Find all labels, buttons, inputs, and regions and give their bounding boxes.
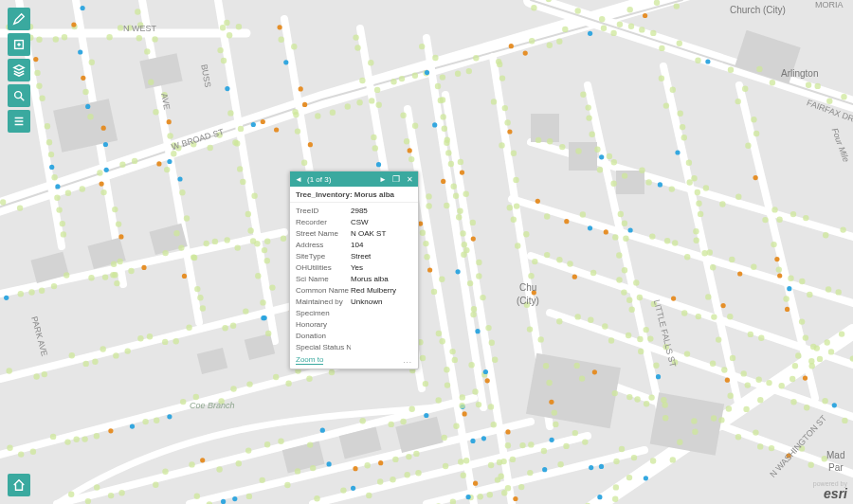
svg-point-465 xyxy=(604,229,608,234)
svg-point-475 xyxy=(751,264,756,270)
popup-next-icon[interactable]: ► xyxy=(378,175,388,184)
svg-point-492 xyxy=(671,297,676,301)
svg-point-109 xyxy=(118,25,123,30)
svg-point-38 xyxy=(356,99,362,105)
svg-point-57 xyxy=(617,22,623,27)
popup-footer: Zoom to ... xyxy=(290,352,418,369)
svg-point-17 xyxy=(17,205,23,210)
svg-point-592 xyxy=(753,131,759,136)
svg-point-196 xyxy=(291,44,297,49)
svg-point-408 xyxy=(405,472,410,477)
svg-point-40 xyxy=(390,79,396,84)
svg-point-437 xyxy=(631,455,637,460)
svg-point-89 xyxy=(743,406,749,412)
select-tool[interactable] xyxy=(8,33,30,56)
svg-point-657 xyxy=(483,369,488,374)
svg-point-460 xyxy=(535,199,540,204)
zoom-to-link[interactable]: Zoom to xyxy=(296,355,323,365)
svg-point-110 xyxy=(127,25,133,30)
svg-point-515 xyxy=(756,377,762,383)
svg-point-173 xyxy=(200,305,206,311)
svg-point-97 xyxy=(613,484,619,490)
svg-point-313 xyxy=(83,361,89,367)
svg-point-572 xyxy=(686,160,692,166)
svg-point-651 xyxy=(476,273,481,279)
svg-point-611 xyxy=(408,156,414,162)
popup-field-value: Yes xyxy=(351,263,412,272)
svg-point-198 xyxy=(299,86,303,91)
svg-point-511 xyxy=(684,351,690,356)
svg-point-536 xyxy=(769,445,774,451)
svg-point-429 xyxy=(518,484,524,490)
svg-point-541 xyxy=(580,92,586,98)
svg-point-618 xyxy=(423,241,428,246)
svg-point-421 xyxy=(582,439,588,444)
popup-close-icon[interactable]: ✕ xyxy=(405,175,414,184)
layers-tool[interactable] xyxy=(8,59,30,81)
svg-point-527 xyxy=(634,396,640,402)
svg-point-317 xyxy=(125,348,131,353)
map-view[interactable]: N WEST W BROAD ST Coe Branch REES FAIRFA… xyxy=(0,0,853,504)
svg-point-525 xyxy=(612,390,618,396)
svg-point-400 xyxy=(491,422,497,427)
svg-point-663 xyxy=(501,490,507,495)
svg-point-367 xyxy=(216,466,222,472)
popup-header: ◄ (1 of 3) ► ❐ ✕ xyxy=(290,171,418,187)
svg-point-574 xyxy=(695,189,700,195)
popup-row: Street NameN OAK ST xyxy=(296,227,412,239)
search-tool[interactable] xyxy=(8,84,30,107)
svg-point-156 xyxy=(148,80,154,85)
svg-point-125 xyxy=(48,152,54,157)
svg-point-141 xyxy=(101,126,106,131)
svg-point-473 xyxy=(729,257,735,262)
legend-tool[interactable] xyxy=(8,110,30,133)
svg-point-179 xyxy=(227,110,233,116)
svg-point-513 xyxy=(741,370,747,376)
svg-point-404 xyxy=(351,486,355,491)
svg-point-609 xyxy=(404,138,409,144)
popup-row: Sci NameMorus alba xyxy=(296,273,412,284)
svg-point-66 xyxy=(610,30,616,36)
svg-point-440 xyxy=(559,144,565,150)
svg-point-371 xyxy=(278,439,283,444)
popup-more-icon[interactable]: ... xyxy=(403,356,412,365)
svg-point-294 xyxy=(88,275,94,280)
svg-point-454 xyxy=(776,217,782,223)
svg-point-643 xyxy=(460,171,464,175)
popup-prev-icon[interactable]: ◄ xyxy=(294,175,303,184)
svg-point-58 xyxy=(627,7,633,12)
svg-point-506 xyxy=(608,337,614,343)
svg-point-271 xyxy=(499,142,504,148)
svg-point-194 xyxy=(278,25,282,29)
svg-point-26 xyxy=(191,141,196,147)
popup-field-value xyxy=(351,343,412,351)
svg-point-94 xyxy=(650,458,656,463)
svg-point-174 xyxy=(224,20,229,26)
svg-point-19 xyxy=(80,186,85,191)
edit-tool[interactable] xyxy=(8,8,30,30)
svg-point-459 xyxy=(514,203,519,208)
svg-point-467 xyxy=(628,227,633,232)
svg-point-37 xyxy=(345,103,351,109)
svg-point-120 xyxy=(34,70,40,76)
svg-point-158 xyxy=(153,109,158,115)
svg-point-654 xyxy=(485,325,491,331)
svg-point-219 xyxy=(368,60,373,65)
svg-point-653 xyxy=(471,306,477,312)
svg-point-392 xyxy=(365,462,371,468)
svg-point-175 xyxy=(227,32,232,38)
svg-point-274 xyxy=(507,205,513,210)
popup-field-label: OHUtilities xyxy=(296,263,351,272)
svg-point-638 xyxy=(441,114,446,119)
home-button[interactable] xyxy=(8,474,30,496)
svg-point-607 xyxy=(400,113,406,118)
svg-point-129 xyxy=(54,195,60,201)
svg-point-159 xyxy=(167,119,172,124)
svg-point-181 xyxy=(237,166,243,171)
svg-point-187 xyxy=(262,247,267,253)
svg-point-21 xyxy=(119,162,125,168)
svg-point-166 xyxy=(184,215,190,221)
svg-point-595 xyxy=(762,217,768,223)
popup-maximize-icon[interactable]: ❐ xyxy=(391,174,401,184)
svg-point-550 xyxy=(622,221,627,226)
